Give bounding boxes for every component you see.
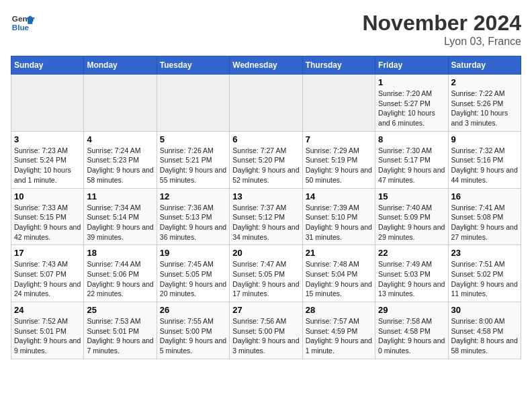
day-info: Sunrise: 7:58 AMSunset: 4:58 PMDaylight:… xyxy=(378,316,445,356)
calendar-cell: 13Sunrise: 7:37 AMSunset: 5:12 PMDayligh… xyxy=(230,188,302,245)
calendar-cell: 16Sunrise: 7:41 AMSunset: 5:08 PMDayligh… xyxy=(448,188,521,245)
day-info: Sunrise: 7:45 AMSunset: 5:05 PMDaylight:… xyxy=(160,259,226,299)
day-number: 7 xyxy=(306,134,372,144)
day-info: Sunrise: 7:27 AMSunset: 5:20 PMDaylight:… xyxy=(232,146,299,185)
calendar-week-row: 10Sunrise: 7:33 AMSunset: 5:15 PMDayligh… xyxy=(11,188,521,245)
calendar-cell: 27Sunrise: 7:56 AMSunset: 5:00 PMDayligh… xyxy=(230,302,302,359)
calendar-cell: 1Sunrise: 7:20 AMSunset: 5:27 PMDaylight… xyxy=(375,75,448,132)
calendar-cell: 25Sunrise: 7:53 AMSunset: 5:01 PMDayligh… xyxy=(84,302,157,359)
day-info: Sunrise: 7:33 AMSunset: 5:15 PMDaylight:… xyxy=(14,203,81,242)
calendar-cell: 15Sunrise: 7:40 AMSunset: 5:09 PMDayligh… xyxy=(375,188,448,245)
location-title: Lyon 03, France xyxy=(362,36,521,48)
calendar-cell: 29Sunrise: 7:58 AMSunset: 4:58 PMDayligh… xyxy=(375,302,448,359)
calendar-cell: 8Sunrise: 7:30 AMSunset: 5:17 PMDaylight… xyxy=(375,131,448,188)
page-header: General Blue November 2024 Lyon 03, Fran… xyxy=(11,11,521,48)
calendar-cell: 23Sunrise: 7:51 AMSunset: 5:02 PMDayligh… xyxy=(448,245,521,302)
calendar-cell: 10Sunrise: 7:33 AMSunset: 5:15 PMDayligh… xyxy=(11,188,84,245)
calendar-cell: 2Sunrise: 7:22 AMSunset: 5:26 PMDaylight… xyxy=(448,75,521,132)
day-number: 28 xyxy=(306,305,372,315)
calendar-week-row: 17Sunrise: 7:43 AMSunset: 5:07 PMDayligh… xyxy=(11,245,521,302)
calendar-cell: 6Sunrise: 7:27 AMSunset: 5:20 PMDaylight… xyxy=(230,131,302,188)
calendar-cell: 5Sunrise: 7:26 AMSunset: 5:21 PMDaylight… xyxy=(157,131,229,188)
day-number: 23 xyxy=(451,248,518,258)
day-info: Sunrise: 7:39 AMSunset: 5:10 PMDaylight:… xyxy=(306,203,372,242)
day-info: Sunrise: 7:34 AMSunset: 5:14 PMDaylight:… xyxy=(87,203,153,242)
title-area: November 2024 Lyon 03, France xyxy=(362,11,521,48)
day-number: 17 xyxy=(14,248,81,258)
day-number: 10 xyxy=(14,191,81,201)
calendar-cell xyxy=(302,75,375,132)
day-info: Sunrise: 7:29 AMSunset: 5:19 PMDaylight:… xyxy=(306,146,372,185)
calendar-cell: 9Sunrise: 7:32 AMSunset: 5:16 PMDaylight… xyxy=(448,131,521,188)
day-info: Sunrise: 7:43 AMSunset: 5:07 PMDaylight:… xyxy=(14,259,81,299)
day-info: Sunrise: 7:36 AMSunset: 5:13 PMDaylight:… xyxy=(160,203,226,242)
day-info: Sunrise: 7:44 AMSunset: 5:06 PMDaylight:… xyxy=(87,259,153,299)
calendar-cell: 11Sunrise: 7:34 AMSunset: 5:14 PMDayligh… xyxy=(84,188,157,245)
day-number: 16 xyxy=(451,191,518,201)
calendar-cell: 19Sunrise: 7:45 AMSunset: 5:05 PMDayligh… xyxy=(157,245,229,302)
calendar-cell: 7Sunrise: 7:29 AMSunset: 5:19 PMDaylight… xyxy=(302,131,375,188)
day-info: Sunrise: 7:52 AMSunset: 5:01 PMDaylight:… xyxy=(14,316,81,356)
day-number: 29 xyxy=(378,305,445,315)
day-number: 5 xyxy=(160,134,226,144)
day-info: Sunrise: 7:24 AMSunset: 5:23 PMDaylight:… xyxy=(87,146,153,185)
day-info: Sunrise: 7:55 AMSunset: 5:00 PMDaylight:… xyxy=(160,316,226,356)
day-number: 2 xyxy=(451,77,518,87)
weekday-header: Wednesday xyxy=(230,56,302,75)
day-info: Sunrise: 7:23 AMSunset: 5:24 PMDaylight:… xyxy=(14,146,81,185)
day-number: 15 xyxy=(378,191,445,201)
day-number: 1 xyxy=(378,77,445,87)
day-info: Sunrise: 7:32 AMSunset: 5:16 PMDaylight:… xyxy=(451,146,518,185)
day-info: Sunrise: 7:47 AMSunset: 5:05 PMDaylight:… xyxy=(232,259,299,299)
logo-icon: General Blue xyxy=(11,11,35,35)
day-info: Sunrise: 7:57 AMSunset: 4:59 PMDaylight:… xyxy=(306,316,372,356)
calendar-cell: 12Sunrise: 7:36 AMSunset: 5:13 PMDayligh… xyxy=(157,188,229,245)
calendar-cell: 30Sunrise: 8:00 AMSunset: 4:58 PMDayligh… xyxy=(448,302,521,359)
day-number: 19 xyxy=(160,248,226,258)
day-number: 9 xyxy=(451,134,518,144)
calendar-week-row: 24Sunrise: 7:52 AMSunset: 5:01 PMDayligh… xyxy=(11,302,521,359)
day-number: 25 xyxy=(87,305,153,315)
calendar-cell xyxy=(230,75,302,132)
day-number: 13 xyxy=(232,191,299,201)
day-info: Sunrise: 8:00 AMSunset: 4:58 PMDaylight:… xyxy=(451,316,518,356)
calendar-week-row: 1Sunrise: 7:20 AMSunset: 5:27 PMDaylight… xyxy=(11,75,521,132)
month-title: November 2024 xyxy=(362,11,521,36)
calendar-cell: 4Sunrise: 7:24 AMSunset: 5:23 PMDaylight… xyxy=(84,131,157,188)
day-info: Sunrise: 7:51 AMSunset: 5:02 PMDaylight:… xyxy=(451,259,518,299)
day-info: Sunrise: 7:53 AMSunset: 5:01 PMDaylight:… xyxy=(87,316,153,356)
day-number: 20 xyxy=(232,248,299,258)
day-number: 22 xyxy=(378,248,445,258)
day-number: 3 xyxy=(14,134,81,144)
weekday-header: Sunday xyxy=(11,56,84,75)
day-number: 14 xyxy=(306,191,372,201)
calendar-cell: 14Sunrise: 7:39 AMSunset: 5:10 PMDayligh… xyxy=(302,188,375,245)
calendar-cell: 3Sunrise: 7:23 AMSunset: 5:24 PMDaylight… xyxy=(11,131,84,188)
calendar-table: SundayMondayTuesdayWednesdayThursdayFrid… xyxy=(11,56,521,359)
day-info: Sunrise: 7:48 AMSunset: 5:04 PMDaylight:… xyxy=(306,259,372,299)
day-info: Sunrise: 7:26 AMSunset: 5:21 PMDaylight:… xyxy=(160,146,226,185)
day-info: Sunrise: 7:22 AMSunset: 5:26 PMDaylight:… xyxy=(451,89,518,128)
day-number: 21 xyxy=(306,248,372,258)
day-info: Sunrise: 7:49 AMSunset: 5:03 PMDaylight:… xyxy=(378,259,445,299)
day-info: Sunrise: 7:56 AMSunset: 5:00 PMDaylight:… xyxy=(232,316,299,356)
day-number: 12 xyxy=(160,191,226,201)
day-number: 18 xyxy=(87,248,153,258)
day-info: Sunrise: 7:30 AMSunset: 5:17 PMDaylight:… xyxy=(378,146,445,185)
calendar-cell xyxy=(157,75,229,132)
svg-text:Blue: Blue xyxy=(12,23,30,32)
calendar-cell: 20Sunrise: 7:47 AMSunset: 5:05 PMDayligh… xyxy=(230,245,302,302)
day-number: 27 xyxy=(232,305,299,315)
calendar-header-row: SundayMondayTuesdayWednesdayThursdayFrid… xyxy=(11,56,521,75)
calendar-cell: 24Sunrise: 7:52 AMSunset: 5:01 PMDayligh… xyxy=(11,302,84,359)
day-number: 4 xyxy=(87,134,153,144)
weekday-header: Saturday xyxy=(448,56,521,75)
weekday-header: Monday xyxy=(84,56,157,75)
day-info: Sunrise: 7:41 AMSunset: 5:08 PMDaylight:… xyxy=(451,203,518,242)
weekday-header: Friday xyxy=(375,56,448,75)
calendar-cell: 18Sunrise: 7:44 AMSunset: 5:06 PMDayligh… xyxy=(84,245,157,302)
calendar-cell: 21Sunrise: 7:48 AMSunset: 5:04 PMDayligh… xyxy=(302,245,375,302)
calendar-cell: 28Sunrise: 7:57 AMSunset: 4:59 PMDayligh… xyxy=(302,302,375,359)
day-number: 11 xyxy=(87,191,153,201)
calendar-cell xyxy=(84,75,157,132)
